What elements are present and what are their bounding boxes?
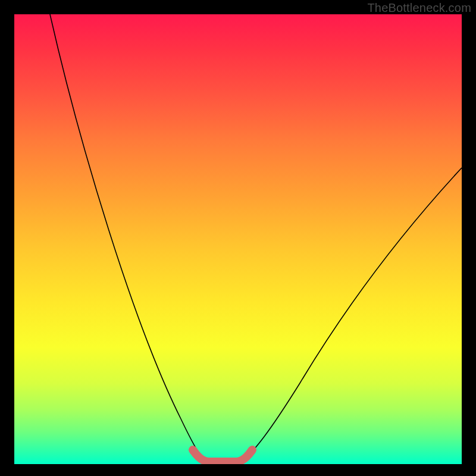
right-curve <box>240 168 462 462</box>
bottom-highlight <box>193 450 252 462</box>
chart-svg <box>14 14 462 464</box>
watermark-text: TheBottleneck.com <box>367 1 471 15</box>
left-curve <box>50 14 205 462</box>
chart-plot-area <box>14 14 462 464</box>
